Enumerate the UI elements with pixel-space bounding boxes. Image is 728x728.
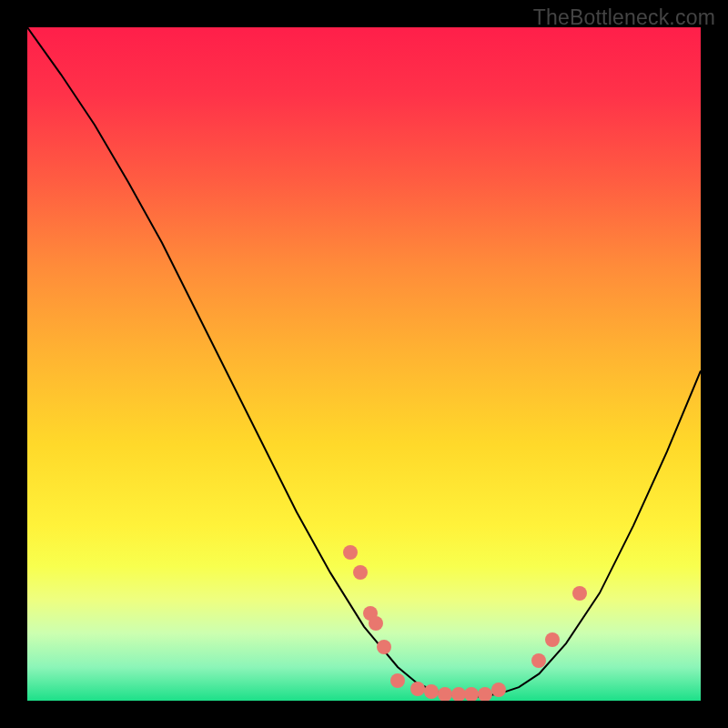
data-marker [464, 687, 479, 701]
data-marker [438, 687, 452, 701]
data-marker [410, 682, 425, 696]
data-marker [478, 687, 492, 701]
data-marker [390, 673, 405, 688]
data-marker [377, 640, 391, 654]
bottleneck-curve [27, 27, 701, 701]
plot-area [27, 27, 701, 701]
watermark-text: TheBottleneck.com [533, 5, 715, 30]
data-marker [572, 586, 587, 601]
data-marker [531, 653, 546, 668]
chart-frame: TheBottleneck.com [0, 0, 728, 728]
data-marker [451, 687, 466, 701]
